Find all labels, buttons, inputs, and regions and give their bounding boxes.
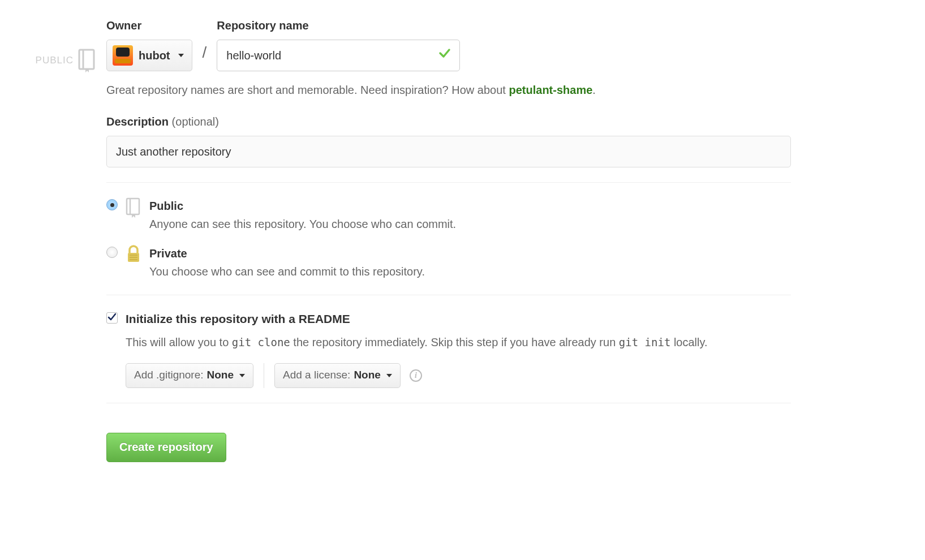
gitignore-select[interactable]: Add .gitignore: None [126,363,253,388]
checkmark-icon [438,47,451,64]
divider [106,403,791,403]
license-value: None [354,367,381,384]
license-select[interactable]: Add a license: None [274,363,401,388]
init-code: git init [619,336,671,348]
public-desc: Anyone can see this repository. You choo… [149,216,791,232]
public-title: Public [149,197,791,214]
public-label-badge: PUBLIC [36,49,97,72]
chevron-down-icon [386,374,392,377]
owner-name: hubot [139,47,170,64]
private-title: Private [149,245,791,262]
slash-separator: / [192,41,217,71]
gitignore-value: None [207,367,234,384]
owner-label: Owner [106,17,192,34]
sidebar: PUBLIC [11,17,106,462]
description-optional: (optional) [172,115,219,128]
license-label: Add a license: [283,367,350,384]
owner-field: Owner hubot [106,17,192,71]
name-suggestion-link[interactable]: petulant-shame [509,84,592,96]
chevron-down-icon [239,374,245,377]
private-desc: You choose who can see and commit to thi… [149,263,791,280]
visibility-public-option[interactable]: Public Anyone can see this repository. Y… [106,197,791,232]
repo-name-hint: Great repository names are short and mem… [106,81,791,98]
repo-name-label: Repository name [217,17,460,34]
readme-title: Initialize this repository with a README [126,310,350,328]
visibility-private-option[interactable]: Private You choose who can see and commi… [106,245,791,280]
readme-checkbox-row[interactable]: Initialize this repository with a README [106,310,791,328]
hint-prefix: Great repository names are short and mem… [106,84,509,96]
private-radio[interactable] [106,247,118,258]
svg-rect-2 [127,199,139,214]
owner-avatar [113,45,133,66]
main-form: Owner hubot / Repository name Grea [106,17,791,462]
public-repo-icon [124,197,143,218]
divider [106,295,791,295]
divider [106,182,791,183]
repo-icon [78,49,97,72]
create-repository-button[interactable]: Create repository [106,433,226,462]
description-input[interactable] [106,136,791,167]
vertical-divider [264,363,264,388]
public-label-text: PUBLIC [36,53,74,68]
repo-name-field: Repository name [217,17,460,71]
description-label: Description [106,115,169,128]
public-radio[interactable] [106,199,118,210]
check-icon [107,309,117,326]
info-icon[interactable]: i [410,369,422,382]
readme-desc: This will allow you to git clone the rep… [126,334,791,351]
clone-code: git clone [232,336,290,348]
gitignore-label: Add .gitignore: [134,367,204,384]
svg-rect-0 [79,50,94,69]
chevron-down-icon [178,54,184,57]
readme-checkbox[interactable] [106,312,118,324]
hint-suffix: . [592,84,596,96]
repo-name-input[interactable] [217,40,460,71]
owner-select[interactable]: hubot [106,40,192,71]
lock-icon [124,245,143,263]
